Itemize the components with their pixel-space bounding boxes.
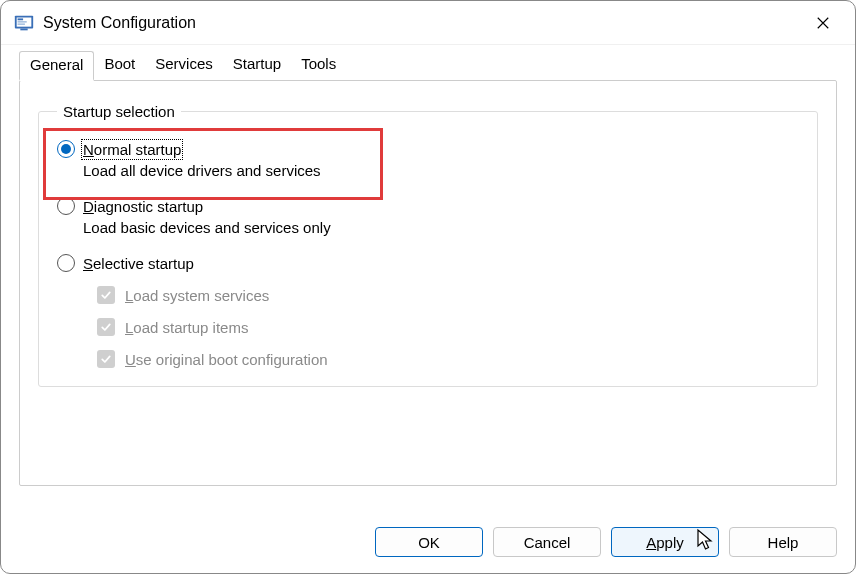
svg-rect-4	[18, 23, 25, 24]
check-label: Load system services	[125, 287, 269, 304]
selective-sub-options: Load system services Load startup items …	[97, 286, 799, 368]
tab-tools[interactable]: Tools	[291, 51, 346, 81]
ok-button[interactable]: OK	[375, 527, 483, 557]
check-load-system-services: Load system services	[97, 286, 799, 304]
close-button[interactable]	[803, 3, 843, 43]
checkbox-icon	[97, 350, 115, 368]
checkbox-icon	[97, 286, 115, 304]
option-diagnostic-startup[interactable]: Diagnostic startup Load basic devices an…	[57, 197, 799, 236]
window-title: System Configuration	[43, 14, 196, 32]
check-label: Load startup items	[125, 319, 248, 336]
label-selective-startup: Selective startup	[83, 255, 194, 272]
tab-panel-general: Startup selection Normal startup Load al…	[19, 80, 837, 486]
svg-rect-3	[18, 21, 27, 22]
tab-strip: General Boot Services Startup Tools	[1, 45, 855, 81]
titlebar: System Configuration	[1, 1, 855, 45]
dialog-buttons: OK Cancel Apply Help	[375, 527, 837, 557]
label-normal-startup: Normal startup	[83, 141, 181, 158]
option-selective-startup[interactable]: Selective startup Load system services L…	[57, 254, 799, 368]
group-label: Startup selection	[57, 103, 181, 120]
radio-normal-startup[interactable]	[57, 140, 75, 158]
check-label: Use original boot configuration	[125, 351, 328, 368]
label-diagnostic-startup: Diagnostic startup	[83, 198, 203, 215]
check-load-startup-items: Load startup items	[97, 318, 799, 336]
check-use-original-boot: Use original boot configuration	[97, 350, 799, 368]
checkbox-icon	[97, 318, 115, 336]
desc-normal-startup: Load all device drivers and services	[83, 162, 799, 179]
tab-boot[interactable]: Boot	[94, 51, 145, 81]
apply-button[interactable]: Apply	[611, 527, 719, 557]
startup-selection-group: Startup selection Normal startup Load al…	[38, 103, 818, 387]
option-normal-startup[interactable]: Normal startup Load all device drivers a…	[57, 140, 799, 179]
msconfig-icon	[13, 12, 35, 34]
tab-general[interactable]: General	[19, 51, 94, 81]
close-icon	[816, 16, 830, 30]
help-button[interactable]: Help	[729, 527, 837, 557]
radio-diagnostic-startup[interactable]	[57, 197, 75, 215]
desc-diagnostic-startup: Load basic devices and services only	[83, 219, 799, 236]
svg-rect-5	[20, 28, 27, 30]
svg-rect-2	[18, 18, 23, 20]
tab-services[interactable]: Services	[145, 51, 223, 81]
tab-startup[interactable]: Startup	[223, 51, 291, 81]
radio-selective-startup[interactable]	[57, 254, 75, 272]
system-configuration-window: System Configuration General Boot Servic…	[0, 0, 856, 574]
cancel-button[interactable]: Cancel	[493, 527, 601, 557]
